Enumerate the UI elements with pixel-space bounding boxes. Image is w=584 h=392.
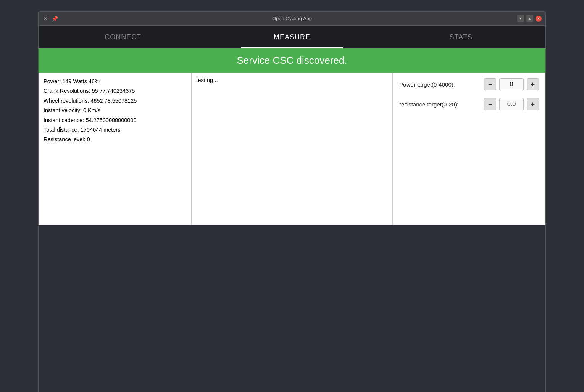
stat-wheel: Wheel revolutions: 4652 78.55078125 bbox=[44, 96, 186, 106]
resistance-target-increase-button[interactable]: + bbox=[527, 98, 539, 110]
app-icon-pin: 📌 bbox=[52, 16, 58, 22]
window-controls: ▾ ▴ ✕ bbox=[517, 15, 542, 22]
restore-button[interactable]: ▴ bbox=[526, 15, 533, 22]
stat-power: Power: 149 Watts 46% bbox=[44, 77, 186, 86]
stat-cadence: Instant cadence: 54.27500000000000 bbox=[44, 116, 186, 125]
window-title: Open Cycling App bbox=[272, 16, 312, 21]
title-bar-left: ✕ 📌 bbox=[42, 16, 58, 22]
stat-velocity: Instant velocity: 0 Km/s bbox=[44, 106, 186, 115]
resistance-target-value: 0.0 bbox=[499, 98, 524, 110]
content-area: Power: 149 Watts 46% Crank Revolutions: … bbox=[39, 73, 545, 225]
tab-stats[interactable]: STATS bbox=[376, 26, 545, 48]
resistance-target-decrease-button[interactable]: − bbox=[484, 98, 496, 110]
close-button[interactable]: ✕ bbox=[536, 16, 542, 22]
power-target-decrease-button[interactable]: − bbox=[484, 78, 496, 90]
power-target-label: Power target(0-4000): bbox=[399, 81, 481, 88]
title-bar: ✕ 📌 Open Cycling App ▾ ▴ ✕ bbox=[39, 12, 545, 26]
power-target-increase-button[interactable]: + bbox=[527, 78, 539, 90]
resistance-target-label: resistance target(0-20): bbox=[399, 101, 481, 108]
bottom-area bbox=[39, 225, 545, 392]
resistance-target-row: resistance target(0-20): − 0.0 + bbox=[399, 98, 539, 110]
app-icon-x: ✕ bbox=[42, 16, 48, 22]
controls-panel: Power target(0-4000): − 0 + resistance t… bbox=[393, 73, 545, 225]
stat-crank: Crank Revolutions: 95 77.740234375 bbox=[44, 86, 186, 96]
stat-distance: Total distance: 1704044 meters bbox=[44, 125, 186, 135]
stat-resistance: Resistance level: 0 bbox=[44, 135, 186, 144]
tab-connect[interactable]: CONNECT bbox=[39, 26, 208, 48]
status-banner: Service CSC discovered. bbox=[39, 48, 545, 73]
log-panel: testing... bbox=[191, 73, 393, 225]
tab-measure[interactable]: MEASURE bbox=[208, 26, 377, 48]
nav-bar: CONNECT MEASURE STATS bbox=[39, 26, 545, 48]
app-window: ✕ 📌 Open Cycling App ▾ ▴ ✕ CONNECT MEASU… bbox=[38, 11, 546, 392]
power-target-value: 0 bbox=[499, 78, 524, 90]
stats-panel: Power: 149 Watts 46% Crank Revolutions: … bbox=[39, 73, 191, 225]
log-text: testing... bbox=[196, 77, 388, 83]
minimize-button[interactable]: ▾ bbox=[517, 15, 524, 22]
power-target-row: Power target(0-4000): − 0 + bbox=[399, 78, 539, 90]
